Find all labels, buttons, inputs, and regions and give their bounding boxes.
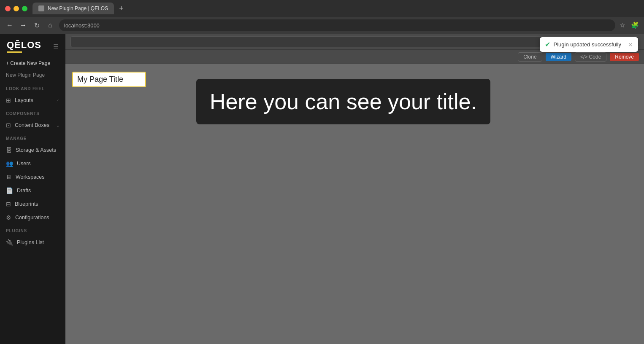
plugins-list-icon: 🔌 (6, 239, 13, 246)
sidebar-item-workspaces[interactable]: 🖥 Workspaces (0, 170, 65, 184)
logo-underline (7, 51, 22, 53)
sidebar-item-label-drafts: Drafts (17, 188, 31, 194)
create-new-page-button[interactable]: + Create New Page (0, 57, 65, 70)
sidebar-item-configurations[interactable]: ⚙ Configurations (0, 211, 65, 224)
section-manage: MANAGE (0, 132, 65, 143)
sidebar-item-label-storage: Storage & Assets (16, 147, 56, 153)
clone-button[interactable]: Clone (518, 52, 542, 62)
current-page-label: New Plugin Page (0, 70, 65, 82)
sidebar-item-plugins-list[interactable]: 🔌 Plugins List (0, 236, 65, 249)
canvas-area: Here you can see your title. (65, 64, 644, 344)
forward-button[interactable]: → (19, 22, 28, 29)
logo: QĒLOS (7, 40, 41, 53)
address-bar[interactable]: localhost:3000 (59, 19, 615, 31)
toast-notification: ✔ Plugin updated successfully ✕ (540, 37, 638, 52)
sidebar-item-storage[interactable]: 🗄 Storage & Assets (0, 143, 65, 157)
url-display: localhost:3000 (64, 22, 100, 29)
browser-toolbar-icons: ☆ 🧩 (620, 22, 639, 29)
tab-favicon (38, 5, 44, 11)
tooltip-box: Here you can see your title. (196, 79, 490, 124)
wizard-button[interactable]: Wizard (546, 53, 571, 61)
sidebar-item-label-blueprints: Blueprints (15, 201, 38, 207)
sidebar-item-content-boxes[interactable]: ⊡ Content Boxes ⌄ (0, 118, 65, 132)
tab-title: New Plugin Page | QELOS (48, 5, 108, 11)
close-traffic-light[interactable] (5, 6, 11, 11)
remove-button[interactable]: Remove (610, 53, 639, 61)
browser-toolbar: ← → ↻ ⌂ localhost:3000 ☆ 🧩 (0, 17, 644, 34)
content-boxes-chevron-icon: ⌄ (56, 123, 60, 128)
content-boxes-icon: ⊡ (6, 122, 11, 129)
workspaces-icon: 🖥 (6, 174, 12, 180)
toast-message: Plugin updated successfully (554, 41, 621, 48)
sidebar: QĒLOS ☰ + Create New Page New Plugin Pag… (0, 34, 65, 344)
drafts-icon: 📄 (6, 187, 13, 194)
bookmark-icon[interactable]: ☆ (620, 22, 625, 29)
home-button[interactable]: ⌂ (46, 22, 55, 29)
page-title-input[interactable] (72, 72, 146, 87)
back-button[interactable]: ← (5, 22, 14, 29)
sidebar-item-label-plugins-list: Plugins List (17, 239, 44, 245)
sidebar-item-users[interactable]: 👥 Users (0, 157, 65, 170)
section-plugins: PLUGINS (0, 224, 65, 236)
main-content: Clone Wizard </> Code Remove (65, 34, 644, 344)
app-layout: QĒLOS ☰ + Create New Page New Plugin Pag… (0, 34, 644, 344)
users-icon: 👥 (6, 160, 13, 167)
browser-tab[interactable]: New Plugin Page | QELOS (32, 3, 114, 14)
sidebar-item-layouts[interactable]: ⊞ Layouts ⋰ (0, 94, 65, 107)
reload-button[interactable]: ↻ (32, 22, 41, 30)
fullscreen-traffic-light[interactable] (22, 6, 27, 11)
code-button[interactable]: </> Code (575, 52, 606, 62)
sidebar-item-label-layouts: Layouts (15, 97, 33, 103)
traffic-lights (5, 6, 27, 11)
sidebar-item-label-workspaces: Workspaces (16, 174, 45, 180)
toast-success-icon: ✔ (545, 40, 550, 48)
configurations-icon: ⚙ (6, 214, 11, 221)
section-look-and-feel: LOOK AND FEEL (0, 82, 65, 94)
minimize-traffic-light[interactable] (14, 6, 19, 11)
sidebar-item-blueprints[interactable]: ⊟ Blueprints (0, 197, 65, 211)
browser-chrome: New Plugin Page | QELOS + ← → ↻ ⌂ localh… (0, 0, 644, 34)
sidebar-item-label-content-boxes: Content Boxes (15, 122, 49, 128)
toast-close-button[interactable]: ✕ (628, 41, 633, 48)
sidebar-item-label-configurations: Configurations (15, 215, 49, 220)
section-components: COMPONENTS (0, 107, 65, 118)
page-title-wrapper (72, 72, 146, 87)
sidebar-item-label-users: Users (17, 161, 31, 167)
new-tab-button[interactable]: + (119, 4, 124, 13)
action-bar: Clone Wizard </> Code Remove (65, 50, 644, 64)
layouts-icon: ⊞ (6, 97, 11, 104)
blueprints-icon: ⊟ (6, 201, 11, 207)
browser-titlebar: New Plugin Page | QELOS + (0, 0, 644, 17)
sidebar-item-drafts[interactable]: 📄 Drafts (0, 184, 65, 197)
layouts-chevron-icon: ⋰ (55, 98, 60, 103)
extensions-icon[interactable]: 🧩 (631, 22, 639, 29)
tooltip-text: Here you can see your title. (210, 89, 477, 114)
logo-text: QĒLOS (7, 40, 41, 51)
sidebar-logo: QĒLOS ☰ (0, 34, 65, 57)
sidebar-collapse-button[interactable]: ☰ (53, 43, 59, 50)
storage-icon: 🗄 (6, 147, 12, 153)
